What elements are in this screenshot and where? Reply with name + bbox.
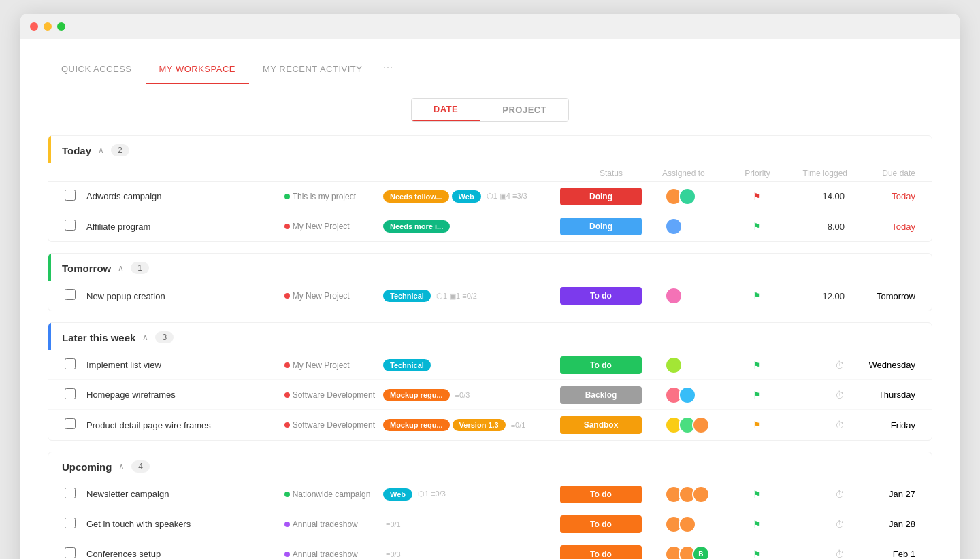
table-row: Homepage wireframes Software Development… [48, 380, 932, 410]
task-checkbox-cell [59, 518, 86, 531]
tab-my-recent-activity[interactable]: MY RECENT ACTIVITY [249, 54, 376, 84]
section-header: Today ∧ 2 [48, 136, 932, 163]
section-chevron[interactable]: ∧ [118, 263, 124, 273]
task-name-cell: Adwords campaign [86, 191, 284, 201]
section-title: Tomorrow [62, 262, 111, 274]
task-tags-cell: Mockup regu... ≡0/3 [383, 389, 560, 401]
task-checkbox[interactable] [65, 358, 76, 369]
priority-flag: ⚑ [753, 519, 762, 530]
task-checkbox[interactable] [65, 289, 76, 300]
status-badge[interactable]: Sandbox [560, 416, 642, 434]
task-name: Get in touch with speakers [86, 519, 191, 529]
priority-cell: ⚑ [730, 221, 785, 232]
status-badge[interactable]: Doing [560, 218, 642, 235]
assigned-avatars [665, 287, 683, 305]
status-cell: Sandbox [560, 416, 662, 434]
assigned-cell [662, 486, 730, 503]
toggle-project[interactable]: PROJECT [480, 99, 568, 121]
dot-red[interactable] [30, 22, 38, 31]
table-row: Affiliate program My New Project Needs m… [48, 211, 932, 241]
task-name-cell: Homepage wireframes [86, 390, 284, 400]
section-today: Today ∧ 2 Status Assigned to Priority Ti… [48, 135, 932, 242]
priority-cell: ⚑ [730, 290, 785, 301]
task-tag[interactable]: Technical [383, 359, 431, 371]
project-dot [284, 293, 290, 299]
project-dot [284, 392, 290, 398]
section-badge: 4 [131, 460, 150, 473]
due-date: Jan 27 [889, 489, 915, 499]
status-badge[interactable]: To do [560, 486, 642, 503]
task-tag[interactable]: Version 1.3 [453, 419, 506, 431]
due-date: Wednesday [869, 360, 915, 370]
task-tag[interactable]: Needs more i... [383, 220, 450, 233]
task-tag[interactable]: Web [452, 190, 481, 203]
status-badge[interactable]: Backlog [560, 386, 642, 404]
due-date: Jan 28 [889, 519, 915, 529]
project-dot [284, 522, 290, 527]
project-dot [284, 492, 290, 497]
time-cell: 8.00 [785, 222, 853, 232]
dot-green[interactable] [57, 22, 65, 31]
task-project: Nationwide campaign [293, 490, 371, 499]
avatar [665, 287, 683, 305]
time-cell: ⏱ [785, 519, 853, 530]
section-chevron[interactable]: ∧ [142, 333, 148, 342]
status-cell: Backlog [560, 386, 662, 404]
due-date-cell: Jan 28 [853, 519, 921, 529]
task-checkbox[interactable] [65, 547, 76, 558]
due-date-cell: Thursday [853, 390, 921, 400]
status-badge[interactable]: To do [560, 356, 642, 374]
assigned-avatars [665, 386, 696, 404]
task-tags-cell: Mockup requ...Version 1.3 ≡0/1 [383, 419, 560, 431]
section-badge: 2 [111, 144, 129, 156]
section-badge: 3 [155, 331, 174, 343]
task-project-cell: Nationwide campaign [284, 490, 383, 499]
task-checkbox[interactable] [65, 220, 76, 231]
status-badge[interactable]: To do [560, 545, 642, 560]
task-checkbox[interactable] [65, 388, 76, 399]
task-project: My New Project [293, 222, 350, 231]
tab-my-workspace[interactable]: MY WORKSPACE [146, 54, 249, 84]
status-badge[interactable]: Doing [560, 188, 642, 205]
task-name-cell: Get in touch with speakers [86, 519, 284, 529]
task-tag[interactable]: Mockup requ... [383, 419, 450, 431]
section-title: Later this week [62, 332, 135, 343]
task-tag[interactable]: Needs follow... [383, 190, 449, 203]
table-row: Product detail page wire frames Software… [48, 410, 932, 440]
task-checkbox[interactable] [65, 190, 76, 201]
app-window: QUICK ACCESS MY WORKSPACE MY RECENT ACTI… [20, 14, 960, 559]
task-tag[interactable]: Mockup regu... [383, 389, 450, 401]
task-project: Annual tradeshow [293, 549, 358, 559]
task-project-cell: Annual tradeshow [284, 520, 383, 529]
task-name-cell: Implement list view [86, 360, 284, 370]
toggle-date[interactable]: DATE [412, 99, 480, 121]
task-checkbox[interactable] [65, 418, 76, 429]
task-checkbox-cell [59, 488, 86, 501]
section-chevron[interactable]: ∧ [98, 146, 104, 155]
table-row: Adwords campaign This is my project Need… [48, 182, 932, 211]
task-tag[interactable]: Technical [383, 290, 431, 302]
status-badge[interactable]: To do [560, 515, 642, 533]
status-badge[interactable]: To do [560, 287, 642, 305]
task-checkbox[interactable] [65, 518, 76, 528]
due-date-cell: Friday [853, 420, 921, 430]
task-project: My New Project [293, 360, 350, 370]
assigned-avatars [665, 416, 710, 434]
task-name: Homepage wireframes [86, 390, 176, 400]
assigned-avatars: B [665, 545, 710, 560]
status-cell: Doing [560, 188, 662, 205]
time-cell: ⏱ [785, 420, 853, 430]
section-header: Tomorrow ∧ 1 [48, 254, 932, 281]
tab-quick-access[interactable]: QUICK ACCESS [48, 54, 146, 84]
task-checkbox[interactable] [65, 488, 76, 498]
priority-flag: ⚑ [753, 191, 762, 202]
priority-flag: ⚑ [753, 489, 762, 500]
avatar [692, 416, 710, 434]
tab-more[interactable]: ··· [376, 50, 399, 84]
dot-yellow[interactable] [44, 22, 52, 31]
due-date-cell: Jan 27 [853, 489, 921, 499]
section-chevron[interactable]: ∧ [118, 462, 125, 471]
task-tag[interactable]: Web [383, 488, 412, 501]
priority-cell: ⚑ [730, 420, 785, 430]
main-content: QUICK ACCESS MY WORKSPACE MY RECENT ACTI… [20, 39, 960, 559]
